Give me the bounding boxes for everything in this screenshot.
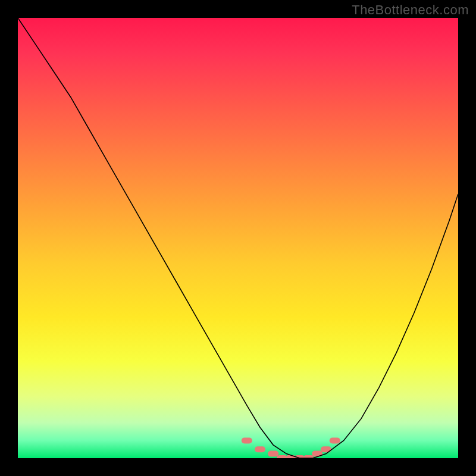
chart-markers — [242, 437, 340, 458]
marker-dot — [255, 446, 265, 452]
chart-plot-area — [18, 18, 458, 458]
chart-line — [18, 18, 458, 458]
watermark-text: TheBottleneck.com — [352, 2, 469, 18]
marker-dot — [295, 455, 305, 458]
chart-svg — [18, 18, 458, 458]
marker-dot — [312, 451, 322, 457]
marker-dot — [242, 437, 252, 443]
marker-dot — [277, 455, 287, 458]
marker-dot — [286, 455, 296, 458]
marker-dot — [330, 437, 340, 443]
marker-dot — [268, 451, 278, 457]
marker-dot — [321, 446, 331, 452]
marker-dot — [303, 455, 314, 458]
